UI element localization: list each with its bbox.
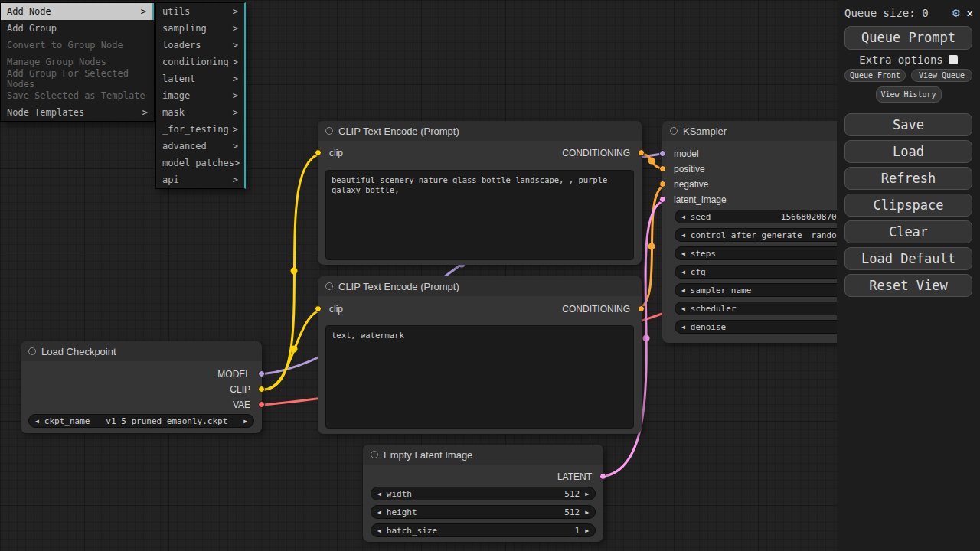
input-label: clip xyxy=(329,304,343,315)
submenu-item-api[interactable]: api > xyxy=(156,171,244,188)
menu-item-label: image xyxy=(162,90,190,101)
node-header[interactable]: Load Checkpoint xyxy=(21,341,262,361)
input-port-latent-image[interactable] xyxy=(659,196,666,203)
decrement-arrow-icon[interactable]: ◀ xyxy=(681,305,685,312)
submenu-item-latent[interactable]: latent > xyxy=(156,70,244,87)
widget-label: denoise xyxy=(691,322,726,332)
submenu-item-mask[interactable]: mask > xyxy=(156,104,244,121)
view-history-button[interactable]: View History xyxy=(876,86,942,103)
collapse-dot[interactable] xyxy=(670,127,678,135)
submenu-item-model-patches[interactable]: model_patches > xyxy=(156,155,244,171)
output-port-conditioning[interactable] xyxy=(638,149,645,156)
output-label: CLIP xyxy=(230,384,250,395)
collapse-dot[interactable] xyxy=(325,127,333,135)
prompt-textarea[interactable]: beautiful scenery nature glass bottle la… xyxy=(325,170,634,260)
settings-gear-icon[interactable]: ⚙ xyxy=(952,8,960,18)
node-header[interactable]: CLIP Text Encode (Prompt) xyxy=(318,276,642,296)
queue-front-button[interactable]: Queue Front xyxy=(844,69,906,82)
node-header[interactable]: Empty Latent Image xyxy=(363,445,603,465)
collapse-dot[interactable] xyxy=(28,347,36,355)
main-menu-panel: Queue size: 0 ⚙ ✕ Queue Prompt Extra opt… xyxy=(837,0,980,551)
link-midpoint-dot xyxy=(643,335,650,342)
widget-label: steps xyxy=(691,249,716,259)
menu-item-node-templates[interactable]: Node Templates > xyxy=(1,104,154,121)
submenu-arrow-icon: > xyxy=(233,23,238,34)
decrement-arrow-icon[interactable]: ◀ xyxy=(681,324,685,331)
slot-row: clip CONDITIONING xyxy=(318,147,642,159)
input-label: clip xyxy=(329,148,343,158)
view-queue-button[interactable]: View Queue xyxy=(911,69,972,82)
submenu-item-advanced[interactable]: advanced > xyxy=(156,138,244,155)
decrement-arrow-icon[interactable]: ◀ xyxy=(681,287,685,294)
node-clip-text-encode-1[interactable]: CLIP Text Encode (Prompt) clip CONDITION… xyxy=(318,121,642,265)
clipspace-button[interactable]: Clipspace xyxy=(844,194,972,217)
node-canvas[interactable]: CLIP Text Encode (Prompt) clip CONDITION… xyxy=(0,0,980,551)
submenu-item-conditioning[interactable]: conditioning > xyxy=(156,54,244,70)
decrement-arrow-icon[interactable]: ◀ xyxy=(377,491,381,497)
menu-item-label: Convert to Group Node xyxy=(7,40,123,51)
link-midpoint-dot xyxy=(648,158,655,165)
load-default-button[interactable]: Load Default xyxy=(844,247,972,270)
node-title: KSampler xyxy=(683,126,727,137)
menu-item-add-group-for-selected-nodes: Add Group For Selected Nodes xyxy=(1,70,154,87)
context-menu: Add Node > Add Group Convert to Group No… xyxy=(0,2,155,122)
input-port-negative[interactable] xyxy=(659,181,666,187)
decrement-arrow-icon[interactable]: ◀ xyxy=(377,527,381,534)
widget-label: cfg xyxy=(691,267,706,277)
decrement-arrow-icon[interactable]: ◀ xyxy=(681,269,685,276)
widget-width[interactable]: ◀ width 512 ▶ xyxy=(371,487,596,500)
next-arrow-icon[interactable]: ▶ xyxy=(243,418,247,425)
node-empty-latent-image[interactable]: Empty Latent Image LATENT ◀ width 512 ▶ … xyxy=(363,445,603,542)
decrement-arrow-icon[interactable]: ◀ xyxy=(681,250,685,257)
input-port-clip[interactable] xyxy=(315,149,322,156)
node-header[interactable]: CLIP Text Encode (Prompt) xyxy=(318,121,642,141)
widget-ckpt-name[interactable]: ◀ ckpt_name v1-5-pruned-emaonly.ckpt ▶ xyxy=(28,414,254,428)
output-port-model[interactable] xyxy=(258,370,265,377)
input-port-positive[interactable] xyxy=(659,165,666,172)
close-icon[interactable]: ✕ xyxy=(967,7,973,19)
submenu-item-sampling[interactable]: sampling > xyxy=(156,20,244,37)
extra-options-checkbox[interactable] xyxy=(949,55,958,64)
output-port-clip[interactable] xyxy=(258,386,265,393)
previous-arrow-icon[interactable]: ◀ xyxy=(35,418,39,425)
widget-height[interactable]: ◀ height 512 ▶ xyxy=(371,505,596,519)
queue-prompt-button[interactable]: Queue Prompt xyxy=(844,26,972,50)
output-port-latent[interactable] xyxy=(599,473,606,480)
output-port-vae[interactable] xyxy=(258,401,265,408)
add-node-submenu: utils > sampling > loaders > conditionin… xyxy=(155,2,246,189)
save-button[interactable]: Save xyxy=(844,113,972,136)
prompt-textarea[interactable]: text, watermark xyxy=(325,325,634,429)
collapse-dot[interactable] xyxy=(371,451,378,458)
increment-arrow-icon[interactable]: ▶ xyxy=(585,491,589,497)
reset-view-button[interactable]: Reset View xyxy=(844,274,972,297)
decrement-arrow-icon[interactable]: ◀ xyxy=(377,509,381,516)
increment-arrow-icon[interactable]: ▶ xyxy=(585,527,589,534)
collapse-dot[interactable] xyxy=(325,282,333,290)
submenu-item-loaders[interactable]: loaders > xyxy=(156,37,244,54)
node-title: CLIP Text Encode (Prompt) xyxy=(338,281,459,292)
refresh-button[interactable]: Refresh xyxy=(844,167,972,190)
node-clip-text-encode-2[interactable]: CLIP Text Encode (Prompt) clip CONDITION… xyxy=(318,276,642,434)
widget-value: 512 xyxy=(564,507,585,517)
input-port-model[interactable] xyxy=(659,150,666,157)
output-port-conditioning[interactable] xyxy=(638,305,645,312)
submenu-item-for-testing[interactable]: _for_testing > xyxy=(156,121,244,138)
output-label: LATENT xyxy=(557,471,592,482)
decrement-arrow-icon[interactable]: ◀ xyxy=(681,232,685,239)
output-label: CONDITIONING xyxy=(562,148,630,158)
widget-batch-size[interactable]: ◀ batch_size 1 ▶ xyxy=(371,523,596,537)
node-load-checkpoint[interactable]: Load Checkpoint MODEL CLIP VAE ◀ ckpt_na… xyxy=(21,341,262,433)
menu-item-add-group[interactable]: Add Group xyxy=(1,20,154,37)
submenu-item-utils[interactable]: utils > xyxy=(156,3,244,20)
menu-item-label: api xyxy=(162,174,179,185)
menu-item-add-node[interactable]: Add Node > xyxy=(1,3,154,20)
submenu-arrow-icon: > xyxy=(233,141,238,152)
decrement-arrow-icon[interactable]: ◀ xyxy=(681,214,685,220)
input-port-clip[interactable] xyxy=(315,305,322,312)
clear-button[interactable]: Clear xyxy=(844,220,972,243)
output-label: VAE xyxy=(233,399,250,410)
increment-arrow-icon[interactable]: ▶ xyxy=(585,509,589,516)
load-button[interactable]: Load xyxy=(844,140,972,163)
submenu-item-image[interactable]: image > xyxy=(156,87,244,104)
extra-options-label: Extra options xyxy=(859,54,943,66)
